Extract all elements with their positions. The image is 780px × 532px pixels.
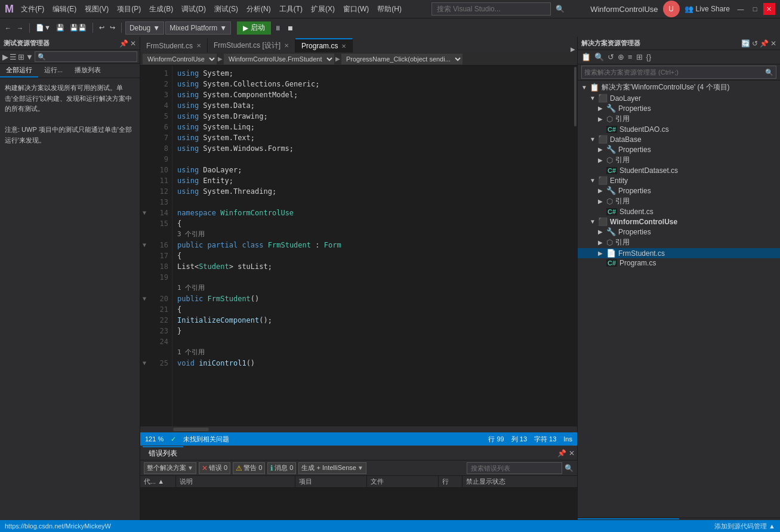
sol-exp-icon-3[interactable]: ↺: [606, 51, 615, 63]
tree-entity-refs[interactable]: ▶ ⬡ 引用: [578, 196, 780, 207]
toolbar-save[interactable]: 💾: [54, 23, 67, 33]
tab-frmstudent-cs-close[interactable]: ✕: [196, 42, 201, 49]
right-panel-refresh-icon[interactable]: ↺: [752, 39, 758, 48]
menu-build[interactable]: 生成(B): [146, 3, 177, 16]
code-content[interactable]: using System; using System.Collections.G…: [172, 66, 572, 426]
errors-filter[interactable]: ✕ 错误 0: [199, 462, 230, 474]
tab-error-list[interactable]: 错误列表: [143, 446, 183, 460]
tree-database[interactable]: ▼ ⬛ DataBase: [578, 134, 780, 144]
code-line-13: [177, 197, 568, 208]
build-dropdown[interactable]: 生成 + IntelliSense ▼: [298, 462, 366, 474]
status-col: 列 13: [511, 435, 527, 444]
maximize-button[interactable]: □: [749, 3, 761, 15]
user-avatar[interactable]: U: [663, 1, 680, 17]
right-panel-pin-icon[interactable]: 📌: [760, 39, 769, 48]
left-panel-toolbar: ▶ ☰ ⊞ ▼: [0, 50, 140, 64]
menu-project[interactable]: 项目(P): [113, 3, 144, 16]
tree-entity-props[interactable]: ▶ 🔧 Properties: [578, 185, 780, 196]
run-button[interactable]: ▶ ▶ 启动启动: [237, 21, 271, 35]
tab-run-all[interactable]: 全部运行: [0, 64, 38, 78]
solution-search-input[interactable]: [584, 69, 765, 76]
right-panel-sync-icon[interactable]: 🔄: [741, 39, 750, 48]
tree-winform-program[interactable]: C# Program.cs: [578, 258, 780, 268]
tab-playlist[interactable]: 播放列表: [69, 64, 107, 78]
vs-search-input[interactable]: [431, 2, 551, 16]
sol-exp-icon-1[interactable]: 📋: [580, 51, 592, 63]
solution-search-icon[interactable]: 🔍: [765, 69, 773, 76]
database-refs-label: 引用: [615, 155, 630, 165]
method-dropdown[interactable]: ProgressName_Click(object sendi...: [341, 54, 463, 64]
messages-filter[interactable]: ℹ 消息 0: [267, 462, 296, 474]
left-panel-pin[interactable]: 📌: [119, 39, 128, 48]
sol-exp-icon-6[interactable]: ⊞: [635, 51, 644, 63]
tree-winform-refs[interactable]: ▶ ⬡ 引用: [578, 237, 780, 248]
menu-extensions[interactable]: 扩展(X): [307, 3, 338, 16]
status-no-issues: 未找到相关问题: [183, 435, 229, 444]
test-group-icon[interactable]: ⊞: [18, 52, 24, 61]
menu-debug[interactable]: 调试(D): [178, 3, 209, 16]
right-scrollbar[interactable]: [572, 66, 577, 426]
toolbar-back[interactable]: ←: [2, 23, 14, 33]
test-run-icon[interactable]: ▶: [2, 52, 8, 61]
h-scrollbar-thumb[interactable]: [173, 428, 209, 431]
menu-analyze[interactable]: 分析(N): [243, 3, 275, 16]
tab-frmstudent-design-close[interactable]: ✕: [284, 42, 289, 49]
toolbar-undo[interactable]: ↩: [97, 23, 107, 33]
tree-solution[interactable]: ▼ 📋 解决方案'WinformControlUse' (4 个项目): [578, 82, 780, 93]
namespace-dropdown[interactable]: WinformControlUse: [143, 54, 217, 64]
menu-window[interactable]: 窗口(W): [340, 3, 372, 16]
horizontal-scrollbar[interactable]: [140, 426, 577, 432]
platform-dropdown[interactable]: Mixed Platform ▼: [165, 21, 231, 35]
toolbar-stop[interactable]: ⏹: [285, 23, 296, 33]
tree-winform[interactable]: ▼ ⬛ WinformControlUse: [578, 216, 780, 227]
right-panel-close-icon[interactable]: ✕: [770, 39, 776, 48]
toolbar-save-all[interactable]: 💾💾: [67, 23, 89, 33]
menu-tools[interactable]: 工具(T): [276, 3, 306, 16]
toolbar-pause[interactable]: ⏸: [272, 23, 283, 33]
toolbar-forward[interactable]: →: [14, 23, 26, 33]
menu-edit[interactable]: 编辑(E): [49, 3, 80, 16]
menu-file[interactable]: 文件(F): [17, 3, 48, 16]
toolbar-new[interactable]: 📄▼: [33, 23, 53, 33]
tree-daolayer-props[interactable]: ▶ 🔧 Properties: [578, 103, 780, 113]
menu-help[interactable]: 帮助(H): [374, 3, 405, 16]
menu-test[interactable]: 测试(S): [211, 3, 242, 16]
bottom-pin-icon[interactable]: 📌: [557, 449, 566, 457]
error-search-icon[interactable]: 🔍: [565, 464, 574, 472]
tree-database-dataset[interactable]: C# StudentDataset.cs: [578, 166, 780, 175]
tab-frmstudent-design[interactable]: FrmStudent.cs [设计] ✕: [208, 38, 295, 52]
bottom-close-icon[interactable]: ✕: [569, 449, 575, 457]
tab-program-cs[interactable]: Program.cs ✕: [295, 38, 353, 52]
test-list-icon[interactable]: ☰: [10, 52, 17, 61]
toolbar-redo[interactable]: ↪: [107, 23, 118, 33]
tree-daolayer-refs[interactable]: ▶ ⬡ 引用: [578, 113, 780, 125]
error-search-input[interactable]: [467, 462, 562, 474]
tree-daolayer[interactable]: ▼ ⬛ DaoLayer: [578, 93, 780, 103]
tree-entity[interactable]: ▼ ⬛ Entity: [578, 175, 780, 185]
left-panel-close[interactable]: ✕: [130, 39, 136, 48]
tab-run[interactable]: 运行...: [38, 64, 69, 78]
tree-daolayer-dao[interactable]: C# StudentDAO.cs: [578, 125, 780, 134]
close-button[interactable]: ✕: [763, 3, 775, 15]
scope-dropdown[interactable]: 整个解决方案 ▼: [144, 462, 196, 474]
tab-program-cs-close[interactable]: ✕: [341, 43, 346, 50]
minimize-button[interactable]: —: [735, 3, 747, 15]
live-share-button[interactable]: 👥 Live Share: [685, 5, 730, 13]
warnings-filter[interactable]: ⚠ 警告 0: [233, 462, 265, 474]
tree-winform-props[interactable]: ▶ 🔧 Properties: [578, 227, 780, 237]
tab-frmstudent-cs[interactable]: FrmStudent.cs ✕: [140, 38, 208, 52]
sol-exp-icon-2[interactable]: 🔍: [593, 51, 605, 63]
menu-view[interactable]: 视图(V): [81, 3, 112, 16]
sol-exp-icon-4[interactable]: ⊕: [616, 51, 625, 63]
tree-entity-student[interactable]: C# Student.cs: [578, 207, 780, 216]
debug-config-dropdown[interactable]: Debug ▼: [125, 21, 164, 35]
class-dropdown[interactable]: WinformControlUse.FrmStudent: [224, 54, 334, 64]
scroll-right-icon[interactable]: ▶: [569, 46, 577, 52]
test-filter-icon[interactable]: ▼: [26, 52, 33, 61]
tree-winform-frmstudent[interactable]: ▶ 📄 FrmStudent.cs: [578, 248, 780, 258]
test-search-input[interactable]: [35, 51, 137, 62]
sol-exp-icon-7[interactable]: {}: [645, 51, 653, 63]
tree-database-refs[interactable]: ▶ ⬡ 引用: [578, 154, 780, 166]
tree-database-props[interactable]: ▶ 🔧 Properties: [578, 144, 780, 154]
sol-exp-icon-5[interactable]: ≡: [627, 51, 634, 63]
